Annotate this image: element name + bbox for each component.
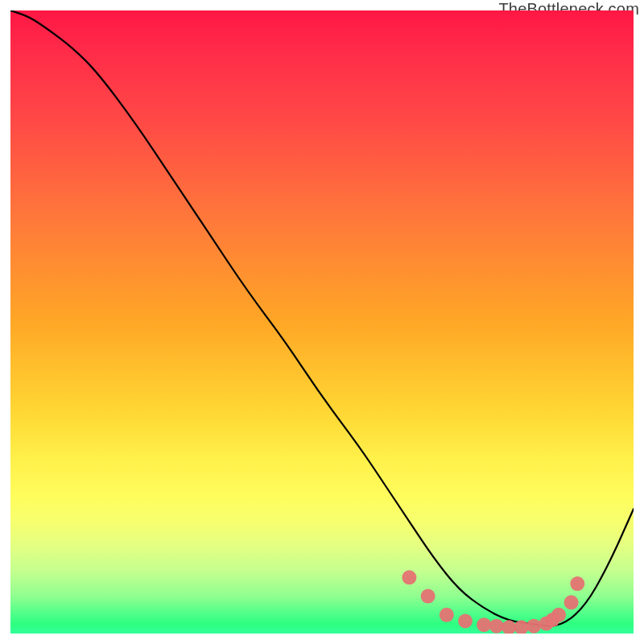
curve-marker-dot bbox=[477, 617, 491, 632]
curve-marker-dot bbox=[489, 619, 504, 634]
curve-marker-dot bbox=[564, 595, 579, 609]
curve-marker-dot bbox=[440, 608, 454, 622]
chart-container: TheBottleneck.com bbox=[0, 0, 644, 644]
curve-marker-dot bbox=[421, 589, 436, 604]
curve-marker-dot bbox=[551, 608, 566, 622]
plot-area bbox=[10, 10, 634, 634]
bottleneck-curve bbox=[10, 10, 634, 626]
curve-marker-dot bbox=[402, 570, 416, 584]
curve-markers bbox=[402, 570, 584, 634]
curve-marker-dot bbox=[458, 614, 473, 629]
curve-marker-dot bbox=[570, 576, 584, 591]
chart-overlay bbox=[10, 10, 634, 634]
curve-marker-dot bbox=[526, 619, 541, 634]
